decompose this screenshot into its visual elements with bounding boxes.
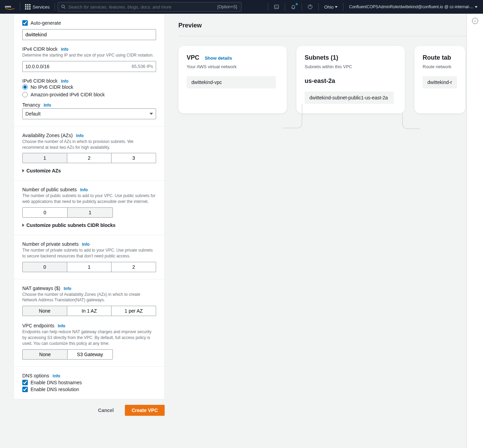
ipv6-info-link[interactable]: Info — [61, 79, 69, 84]
private-subnets-option-2[interactable]: 2 — [111, 262, 156, 272]
vpc-resource-pill[interactable]: dwittekind-vpc — [187, 76, 276, 88]
dns-hostnames-checkbox[interactable]: Enable DNS hostnames — [22, 380, 156, 385]
dns-info-link[interactable]: Info — [53, 374, 60, 378]
public-subnets-segment: 0 1 — [22, 207, 156, 218]
ipv4-cidr-input[interactable]: 10.0.0.0/16 65,536 IPs — [22, 61, 156, 72]
grid-icon — [25, 4, 31, 10]
ipv6-amazon-radio[interactable]: Amazon-provided IPv6 CIDR block — [22, 92, 156, 97]
account-menu[interactable]: ConfluentCOPSAdminRole/dwittekind@conflu… — [343, 4, 483, 9]
ipv6-none-input[interactable] — [22, 84, 28, 90]
form-pane: Auto-generate IPv4 CIDR block Info Deter… — [0, 14, 165, 448]
private-subnets-segment: 0 1 2 — [22, 262, 156, 272]
services-label: Services — [33, 4, 50, 10]
tenancy-info-link[interactable]: Info — [44, 103, 51, 108]
search-icon — [61, 4, 66, 10]
nat-info-link[interactable]: Info — [64, 286, 71, 291]
search-input[interactable] — [66, 4, 216, 10]
public-subnets-option-1[interactable]: 1 — [68, 207, 113, 218]
vpce-option-s3[interactable]: S3 Gateway — [68, 349, 113, 360]
cloudshell-icon — [274, 4, 279, 10]
tenancy-select[interactable]: Default — [22, 108, 156, 119]
dns-hostnames-input[interactable] — [22, 380, 28, 385]
ipv6-label: IPv6 CIDR block — [22, 78, 58, 84]
show-details-link[interactable]: Show details — [205, 56, 232, 61]
notifications-button[interactable] — [285, 0, 302, 14]
route-tables-subtitle: Route network — [423, 64, 457, 69]
route-tables-title: Route tab — [423, 54, 451, 61]
nat-label: NAT gateways ($) — [22, 286, 60, 291]
vpce-option-none[interactable]: None — [22, 349, 68, 360]
az-option-1[interactable]: 1 — [22, 153, 67, 163]
route-table-pill[interactable]: dwittekind-r — [423, 76, 457, 88]
top-nav: aws Services [Option+S] Ohio ConfluentCO… — [0, 0, 483, 14]
private-subnets-info-link[interactable]: Info — [82, 242, 90, 247]
ipv6-amazon-input[interactable] — [22, 92, 28, 97]
vpce-label: VPC endpoints — [22, 323, 54, 328]
ipv4-count: 65,536 IPs — [132, 64, 153, 69]
ipv6-amazon-label: Amazon-provided IPv6 CIDR block — [31, 92, 105, 97]
cloudshell-button[interactable] — [268, 0, 285, 14]
dns-resolution-checkbox[interactable]: Enable DNS resolution — [22, 387, 156, 392]
subnet-resource-pill[interactable]: dwittekind-subnet-public1-us-east-2a — [305, 92, 394, 104]
auto-generate-checkbox[interactable]: Auto-generate — [22, 20, 156, 26]
private-subnets-label: Number of private subnets — [22, 241, 79, 247]
private-subnets-option-1[interactable]: 1 — [67, 262, 112, 272]
subnets-card: Subnets (1) Subnets within this VPC us-e… — [296, 46, 405, 113]
ipv4-info-link[interactable]: Info — [61, 47, 69, 52]
customize-public-cidr-toggle[interactable]: Customize public subnets CIDR blocks — [22, 222, 156, 228]
global-search[interactable]: [Option+S] — [58, 2, 242, 12]
help-button[interactable] — [302, 0, 318, 14]
preview-divider — [178, 36, 467, 36]
vpc-card-title: VPC — [187, 54, 199, 61]
subnets-card-subtitle: Subnets within this VPC — [305, 64, 397, 69]
preview-title: Preview — [178, 22, 467, 29]
private-subnets-option-0[interactable]: 0 — [22, 262, 67, 272]
caret-right-icon — [22, 223, 24, 227]
public-subnets-help: The number of public subnets to add to y… — [22, 193, 156, 205]
nat-option-peraz[interactable]: 1 per AZ — [111, 306, 156, 316]
az-info-link[interactable]: Info — [76, 133, 84, 138]
dns-hostnames-label: Enable DNS hostnames — [31, 380, 82, 385]
create-vpc-button[interactable]: Create VPC — [125, 405, 165, 416]
nat-segment: None In 1 AZ 1 per AZ — [22, 306, 156, 316]
svg-point-1 — [62, 5, 64, 8]
ipv6-none-radio[interactable]: No IPv6 CIDR block — [22, 84, 156, 90]
customize-public-cidr-label: Customize public subnets CIDR blocks — [26, 222, 116, 228]
svg-text:aws: aws — [5, 4, 11, 8]
services-menu[interactable]: Services — [20, 4, 55, 10]
vpce-help: Endpoints can help reduce NAT gateway ch… — [22, 329, 156, 346]
region-selector[interactable]: Ohio — [319, 4, 343, 10]
public-subnets-option-0[interactable]: 0 — [22, 207, 68, 218]
tenancy-label: Tenancy — [22, 102, 40, 108]
connector-line — [283, 104, 302, 128]
svg-line-2 — [64, 8, 65, 9]
dns-label: DNS options — [22, 373, 49, 378]
aws-logo[interactable]: aws — [0, 4, 20, 10]
customize-azs-label: Customize AZs — [26, 168, 61, 173]
vpc-card-subtitle: Your AWS virtual network — [187, 64, 279, 69]
chevron-down-icon — [335, 6, 338, 8]
az-help: Choose the number of AZs in which to pro… — [22, 139, 156, 150]
bell-icon — [291, 4, 296, 10]
search-kbd-hint: [Option+S] — [216, 4, 238, 9]
auto-generate-input[interactable] — [22, 20, 28, 26]
customize-azs-toggle[interactable]: Customize AZs — [22, 168, 156, 173]
az-option-3[interactable]: 3 — [111, 153, 156, 163]
info-icon[interactable]: i — [472, 18, 478, 24]
az-option-2[interactable]: 2 — [67, 153, 112, 163]
dns-resolution-input[interactable] — [22, 387, 28, 392]
cancel-button[interactable]: Cancel — [91, 405, 121, 416]
vpce-info-link[interactable]: Info — [58, 324, 65, 328]
chevron-down-icon — [475, 6, 478, 8]
public-subnets-info-link[interactable]: Info — [80, 187, 88, 192]
nat-option-1az[interactable]: In 1 AZ — [67, 306, 112, 316]
help-icon — [307, 4, 313, 10]
nat-help: Choose the number of Availability Zones … — [22, 292, 156, 303]
name-tag-input[interactable] — [22, 29, 156, 40]
auto-generate-label: Auto-generate — [31, 20, 61, 26]
nat-option-none[interactable]: None — [22, 306, 67, 316]
region-label: Ohio — [324, 4, 333, 10]
chevron-down-icon — [150, 113, 153, 115]
notification-dot — [296, 3, 298, 5]
ipv6-none-label: No IPv6 CIDR block — [31, 84, 73, 90]
